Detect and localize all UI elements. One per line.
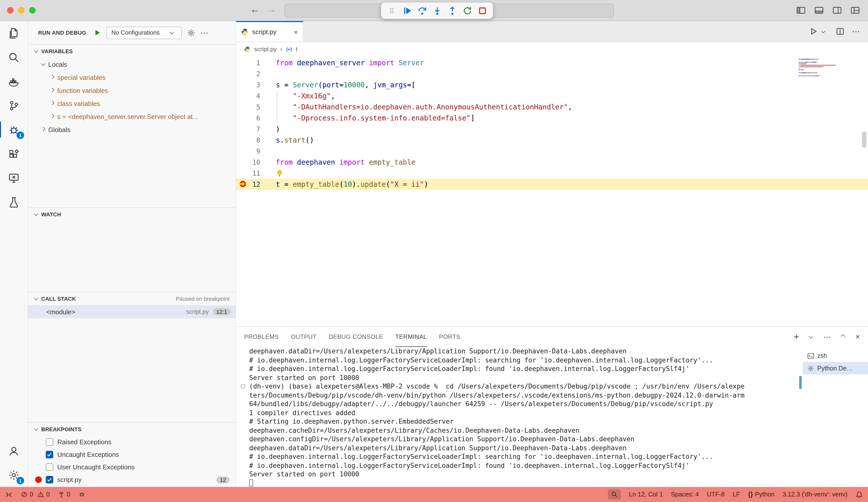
step-over-button[interactable] (415, 4, 428, 17)
code-line[interactable]: 5 "-DAuthHandlers=io.deephaven.auth.Anon… (236, 102, 868, 113)
breakpoint-row[interactable]: Raised Exceptions (28, 436, 236, 448)
remote-indicator-icon[interactable] (5, 491, 12, 498)
terminal-list-item-zsh[interactable]: zsh (803, 349, 868, 362)
python-interpreter-status[interactable]: 3.12.3 ('dh-venv': venv) (783, 491, 847, 498)
eol-status[interactable]: LF (733, 491, 740, 498)
minimap[interactable] (799, 59, 842, 77)
toggle-secondary-sidebar-icon[interactable] (832, 6, 842, 15)
code-line[interactable]: 8s.start() (236, 135, 868, 146)
code-line[interactable]: 9 (236, 146, 868, 157)
variable-row[interactable]: special variables (28, 71, 236, 84)
views-more-actions-icon[interactable]: ⋯ (200, 28, 208, 38)
testing-icon[interactable] (0, 190, 28, 214)
call-stack-section-header[interactable]: CALL STACK Paused on breakpoint (28, 292, 236, 305)
panel-tab-ports[interactable]: PORTS (439, 327, 461, 347)
ports-status[interactable]: 0 (58, 491, 70, 498)
close-tab-icon[interactable]: × (294, 28, 298, 36)
terminal-scrollbar-thumb[interactable] (799, 376, 802, 389)
code-line[interactable]: 7) (236, 124, 868, 135)
watch-section-header[interactable]: WATCH (28, 208, 236, 221)
code-editor[interactable]: 1from deephaven_server import Server23s … (236, 56, 868, 326)
navigate-forward-button[interactable]: → (267, 4, 276, 15)
toolbar-grip-icon[interactable] (385, 4, 398, 17)
variables-section-header[interactable]: VARIABLES (28, 45, 236, 58)
maximize-window-button[interactable] (29, 7, 36, 13)
breakpoint-checkbox[interactable] (46, 451, 53, 458)
minimize-window-button[interactable] (18, 7, 24, 13)
breakpoint-checkbox[interactable] (46, 463, 53, 471)
panel-tab-output[interactable]: OUTPUT (291, 327, 317, 347)
locals-scope-row[interactable]: Locals (28, 58, 236, 71)
debug-gear-icon[interactable] (187, 28, 195, 37)
code-line[interactable]: 1from deephaven_server import Server (236, 57, 868, 68)
breakpoints-section-header[interactable]: BREAKPOINTS (28, 423, 236, 436)
panel-tab-debug-console[interactable]: DEBUG CONSOLE (329, 327, 383, 347)
customize-layout-icon[interactable] (850, 6, 860, 15)
variable-row[interactable]: function variables (28, 84, 236, 97)
panel-more-actions-icon[interactable]: ⋯ (823, 332, 831, 342)
settings-gear-icon[interactable]: 1 (0, 463, 28, 487)
panel-tab-problems[interactable]: PROBLEMS (244, 327, 279, 347)
tab-script-py[interactable]: script.py × (236, 21, 303, 42)
breakpoint-checkbox[interactable] (46, 438, 53, 446)
code-line[interactable]: 3s = Server(port=10000, jvm_args=[ (236, 79, 868, 90)
docker-icon[interactable] (0, 69, 28, 93)
stop-button[interactable] (476, 4, 489, 17)
restart-button[interactable] (461, 4, 474, 17)
problems-status[interactable]: 0 0 (21, 491, 50, 498)
breakpoint-row[interactable]: Uncaught Exceptions (28, 448, 236, 461)
maximize-panel-icon[interactable] (841, 334, 845, 338)
source-control-icon[interactable] (0, 93, 28, 117)
language-mode-status[interactable]: {} Python (748, 491, 774, 498)
lightbulb-icon[interactable] (276, 170, 283, 177)
breakpoint-row[interactable]: script.py12 (28, 473, 236, 486)
toggle-panel-icon[interactable] (814, 6, 824, 15)
variable-row[interactable]: class variables (28, 97, 236, 110)
split-editor-icon[interactable] (836, 27, 844, 36)
run-and-debug-icon[interactable]: 1 (0, 117, 28, 142)
code-line[interactable]: 2 (236, 68, 868, 79)
run-python-file-button[interactable] (809, 27, 828, 36)
cursor-position-status[interactable]: Ln 12, Col 1 (629, 491, 663, 498)
terminal-output[interactable]: deephaven.dataDir=/Users/alexpeters/Libr… (236, 347, 803, 487)
call-stack-frame-row[interactable]: <module>script.py12:1 (28, 305, 236, 318)
command-decoration-icon[interactable] (241, 384, 245, 388)
breakpoint-checkbox[interactable] (46, 476, 53, 483)
close-window-button[interactable] (7, 7, 13, 13)
navigate-back-button[interactable]: ← (250, 4, 260, 15)
search-icon[interactable] (0, 45, 28, 69)
breakpoint-row[interactable]: User Uncaught Exceptions (28, 461, 236, 473)
breadcrumb-file[interactable]: script.py (254, 46, 277, 53)
code-line[interactable]: 6 "-Dprocess.info.system-info.enabled=fa… (236, 113, 868, 124)
editor-more-actions-icon[interactable]: ⋯ (852, 27, 860, 36)
editor-scrollbar-thumb[interactable] (862, 132, 867, 148)
code-line[interactable]: 11 (236, 168, 868, 179)
explorer-icon[interactable] (0, 21, 28, 45)
remote-explorer-icon[interactable] (0, 166, 28, 190)
step-out-button[interactable] (446, 4, 458, 17)
code-line[interactable]: 12t = empty_table(10).update("X = ii") (236, 179, 868, 190)
indentation-status[interactable]: Spaces: 4 (671, 491, 699, 498)
new-terminal-icon[interactable]: + (794, 332, 799, 342)
start-debugging-button[interactable] (93, 29, 101, 36)
debug-configuration-dropdown[interactable]: No Configurations (106, 27, 182, 39)
close-panel-icon[interactable]: × (855, 332, 860, 341)
screencast-zoom-icon[interactable] (608, 490, 621, 500)
continue-button[interactable] (400, 4, 413, 17)
toggle-primary-sidebar-icon[interactable] (796, 6, 806, 15)
variable-row[interactable]: s = <deephaven_server.server.Server obje… (28, 110, 236, 123)
panel-tab-terminal[interactable]: TERMINAL (395, 327, 427, 347)
encoding-status[interactable]: UTF-8 (707, 491, 725, 498)
step-into-button[interactable] (431, 4, 444, 17)
code-line[interactable]: 10from deephaven import empty_table (236, 157, 868, 168)
breadcrumb-symbol[interactable]: t (296, 46, 297, 53)
terminal-list-item-python-de-[interactable]: Python De… (803, 362, 868, 375)
terminal-launch-dropdown-icon[interactable] (808, 334, 813, 338)
notifications-bell-icon[interactable] (856, 491, 863, 498)
debug-session-icon[interactable] (79, 491, 85, 498)
accounts-icon[interactable] (0, 439, 28, 463)
code-line[interactable]: 4 "-Xmx16g", (236, 90, 868, 102)
extensions-icon[interactable] (0, 142, 28, 166)
globals-scope-row[interactable]: Globals (28, 123, 236, 136)
breakpoint-line-badge: 12 (217, 476, 230, 483)
